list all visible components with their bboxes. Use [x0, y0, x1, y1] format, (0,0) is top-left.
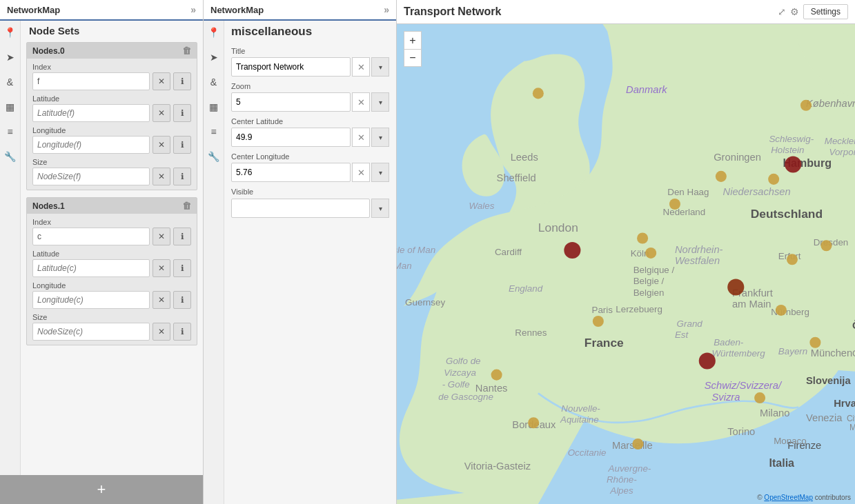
sidebar-icon-list[interactable]: ≡	[3, 124, 18, 139]
field-input-lon-0[interactable]	[32, 136, 150, 154]
form-clear-center-lon[interactable]: ✕	[352, 163, 370, 182]
svg-point-83	[645, 248, 656, 259]
map-background: Danmark København Schleswig- Holstein Me…	[397, 24, 855, 504]
svg-text:Slovenija: Slovenija	[806, 375, 851, 386]
field-clear-index-0[interactable]: ✕	[153, 72, 170, 90]
add-icon: +	[97, 481, 106, 498]
middle-sidebar-icon-pin[interactable]: 📍	[206, 25, 222, 40]
openstreetmap-link[interactable]: OpenStreetMap	[764, 494, 813, 501]
field-label-index-1: Index	[32, 218, 191, 226]
zoom-controls: + −	[404, 31, 422, 67]
field-input-lon-1[interactable]	[32, 291, 150, 309]
form-row-visible: ▾	[231, 199, 389, 218]
field-clear-lon-1[interactable]: ✕	[153, 291, 170, 309]
form-clear-zoom[interactable]: ✕	[352, 92, 370, 112]
form-input-visible[interactable]	[231, 199, 370, 218]
form-input-zoom[interactable]	[231, 92, 351, 112]
field-info-size-1[interactable]: ℹ	[173, 323, 191, 341]
middle-panel-header: NetworkMap »	[204, 0, 396, 21]
svg-text:Bayern: Bayern	[778, 346, 807, 356]
sidebar-icon-link[interactable]: &	[3, 74, 18, 90]
left-panel-header: NetworkMap »	[0, 0, 203, 21]
svg-text:Lerzebuerg: Lerzebuerg	[616, 304, 662, 314]
svg-text:de Gascogne: de Gascogne	[438, 392, 493, 402]
field-clear-size-1[interactable]: ✕	[153, 323, 170, 341]
sidebar-icon-wrench[interactable]: 🔧	[3, 149, 18, 164]
middle-sidebar-icon-table[interactable]: ▦	[206, 99, 222, 114]
svg-text:Leeds: Leeds	[511, 152, 538, 163]
field-input-lat-0[interactable]	[32, 104, 150, 122]
field-clear-lat-0[interactable]: ✕	[153, 104, 170, 122]
field-clear-size-0[interactable]: ✕	[153, 168, 170, 185]
form-dropdown-center-lat[interactable]: ▾	[371, 128, 389, 147]
field-info-index-0[interactable]: ℹ	[173, 72, 191, 90]
svg-text:Hrvatska: Hrvatska	[834, 398, 855, 409]
field-row-size-0: ✕ ℹ	[32, 168, 191, 185]
node-set-1-delete[interactable]: 🗑	[182, 201, 191, 211]
field-input-index-1[interactable]	[32, 228, 150, 245]
svg-text:Nordrhein-: Nordrhein-	[675, 244, 723, 255]
add-node-set-bar[interactable]: +	[0, 475, 203, 504]
form-input-center-lon[interactable]	[231, 163, 351, 182]
svg-text:Guernsey: Guernsey	[405, 297, 445, 308]
zoom-in-button[interactable]: +	[404, 31, 422, 49]
middle-content-area: miscellaneous Title ✕ ▾ Zoom ✕ ▾ Center …	[224, 21, 396, 504]
field-clear-lon-0[interactable]: ✕	[153, 136, 170, 154]
gear-icon[interactable]: ⚙	[790, 6, 799, 17]
svg-point-87	[754, 392, 765, 403]
middle-sidebar-icon-wrench[interactable]: 🔧	[206, 149, 222, 164]
form-dropdown-visible[interactable]: ▾	[371, 199, 389, 218]
svg-text:Svizra: Svizra	[711, 392, 740, 403]
fullscreen-icon[interactable]: ⤢	[778, 6, 786, 17]
field-row-size-1: ✕ ℹ	[32, 323, 191, 341]
svg-text:Belgique /: Belgique /	[633, 265, 675, 275]
svg-text:Schleswig-: Schleswig-	[769, 134, 814, 144]
svg-text:Monaco: Monaco	[774, 436, 807, 446]
field-label-lon-0: Longitude	[32, 126, 191, 134]
svg-text:Rennes: Rennes	[515, 327, 547, 338]
node-set-0: Nodes.0 🗑 Index ✕ ℹ Latitude ✕	[26, 42, 197, 190]
field-info-index-1[interactable]: ℹ	[173, 228, 191, 245]
zoom-out-button[interactable]: −	[404, 49, 422, 67]
middle-sidebar-icon-list[interactable]: ≡	[206, 124, 222, 139]
map-container: Danmark København Schleswig- Holstein Me…	[397, 24, 855, 504]
field-input-index-0[interactable]	[32, 72, 150, 90]
form-clear-center-lat[interactable]: ✕	[352, 128, 370, 147]
form-dropdown-title[interactable]: ▾	[371, 57, 389, 77]
field-clear-lat-1[interactable]: ✕	[153, 259, 170, 277]
svg-point-92	[776, 305, 787, 316]
field-info-lon-0[interactable]: ℹ	[173, 136, 191, 154]
sidebar-icon-arrow[interactable]: ➤	[3, 50, 18, 65]
svg-text:Nouvelle-: Nouvelle-	[561, 403, 600, 414]
svg-text:Isle of Man: Isle of Man	[397, 245, 435, 255]
svg-text:Paris: Paris	[591, 305, 613, 315]
field-input-size-1[interactable]	[32, 323, 150, 341]
left-panel-collapse[interactable]: »	[190, 4, 196, 15]
sidebar-icon-pin[interactable]: 📍	[3, 25, 18, 40]
node-set-0-delete[interactable]: 🗑	[182, 46, 191, 56]
form-input-title[interactable]	[231, 57, 351, 77]
left-panel: NetworkMap » 📍 ➤ & ▦ ≡ 🔧 Node Sets Nodes…	[0, 0, 204, 504]
left-sidebar-nav: 📍 ➤ & ▦ ≡ 🔧	[0, 21, 21, 475]
form-input-center-lat[interactable]	[231, 128, 351, 147]
field-clear-index-1[interactable]: ✕	[153, 228, 170, 245]
middle-sidebar-icon-link[interactable]: &	[206, 74, 222, 90]
form-clear-title[interactable]: ✕	[352, 57, 370, 77]
field-info-lat-1[interactable]: ℹ	[173, 259, 191, 277]
middle-sidebar-icon-arrow[interactable]: ➤	[206, 50, 222, 65]
svg-text:Italia: Italia	[769, 456, 795, 469]
field-info-lon-1[interactable]: ℹ	[173, 291, 191, 309]
node-set-1: Nodes.1 🗑 Index ✕ ℹ Latitude ✕	[26, 197, 197, 345]
svg-point-95	[809, 337, 820, 348]
form-dropdown-center-lon[interactable]: ▾	[371, 163, 389, 182]
field-input-lat-1[interactable]	[32, 259, 150, 277]
settings-button[interactable]: Settings	[803, 4, 848, 19]
sidebar-icon-table[interactable]: ▦	[3, 99, 18, 114]
field-info-size-0[interactable]: ℹ	[173, 168, 191, 185]
middle-panel-collapse[interactable]: »	[384, 4, 389, 15]
left-content-area: Node Sets Nodes.0 🗑 Index ✕ ℹ Latitu	[21, 21, 203, 475]
form-dropdown-zoom[interactable]: ▾	[371, 92, 389, 112]
field-info-lat-0[interactable]: ℹ	[173, 104, 191, 122]
form-label-center-lon: Center Longitude	[231, 152, 389, 161]
field-input-size-0[interactable]	[32, 168, 150, 185]
